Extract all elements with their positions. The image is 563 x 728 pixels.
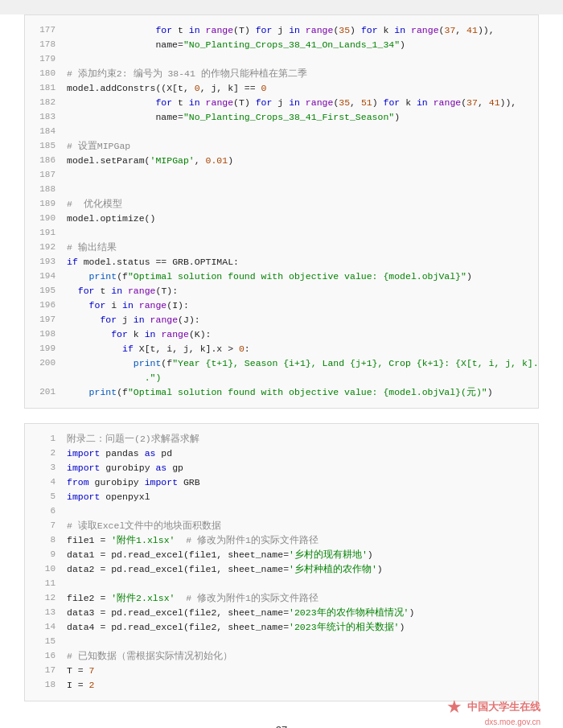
code-line-198: 198 for k in range(K):	[25, 327, 538, 342]
code-line-191: 191	[25, 226, 538, 241]
code-line-188: 188	[25, 183, 538, 197]
code-line-182: 182 for t in range(T) for j in range(35,…	[25, 96, 538, 110]
code-line-b17: 17 T = 7	[25, 664, 538, 678]
code-line-b9: 9 data1 = pd.read_excel(file1, sheet_nam…	[25, 548, 538, 562]
watermark-text: 中国大学生在线	[467, 700, 540, 714]
code-line-196: 196 for i in range(I):	[25, 298, 538, 313]
code-line-186: 186 model.setParam('MIPGap', 0.01)	[25, 154, 538, 168]
code-line-179: 179	[25, 52, 538, 67]
code-line-187: 187	[25, 168, 538, 183]
code-line-b11: 11	[25, 577, 538, 591]
code-line-b13: 13 data3 = pd.read_excel(file2, sheet_na…	[25, 606, 538, 620]
code-line-b4: 4 from gurobipy import GRB	[25, 475, 538, 490]
code-line-b6: 6	[25, 504, 538, 519]
code-line-181: 181 model.addConstrs((X[t, 0, j, k] == 0	[25, 81, 538, 96]
code-line-180: 180 # 添加约束2: 编号为 38-41 的作物只能种植在第二季	[25, 67, 538, 81]
code-line-199: 199 if X[t, i, j, k].x > 0:	[25, 342, 538, 356]
code-line-190: 190 model.optimize()	[25, 212, 538, 226]
code-line-178: 178 name="No_Planting_Crops_38_41_On_Lan…	[25, 38, 538, 52]
code-line-184: 184	[25, 125, 538, 139]
code-line-b5: 5 import openpyxl	[25, 490, 538, 504]
code-line-b3: 3 import gurobipy as gp	[25, 461, 538, 475]
code-line-b2: 2 import pandas as pd	[25, 446, 538, 461]
watermark-sub: dxs.moe.gov.cn	[485, 718, 540, 726]
code-line-b12: 12 file2 = '附件2.xlsx' # 修改为附件1的实际文件路径	[25, 591, 538, 606]
code-line-b1: 1 附录二：问题一(2)求解器求解	[25, 432, 538, 446]
code-line-b15: 15	[25, 635, 538, 649]
code-block-2: 1 附录二：问题一(2)求解器求解 2 import pandas as pd …	[24, 423, 539, 701]
code-line-185: 185 # 设置MIPGap	[25, 139, 538, 154]
code-line-201: 201 print(f"Optimal solution found with …	[25, 385, 538, 400]
code-line-183: 183 name="No_Planting_Crops_38_41_First_…	[25, 110, 538, 125]
code-line-195: 195 for t in range(T):	[25, 284, 538, 298]
code-line-b8: 8 file1 = '附件1.xlsx' # 修改为附件1的实际文件路径	[25, 533, 538, 548]
code-line-192: 192 # 输出结果	[25, 241, 538, 255]
code-line-b18: 18 I = 2	[25, 678, 538, 693]
code-line-189: 189 # 优化模型	[25, 197, 538, 212]
code-line-177: 177 for t in range(T) for j in range(35)…	[25, 23, 538, 38]
code-line-200: 200 print(f"Year {t+1}, Season {i+1}, La…	[25, 356, 538, 371]
code-line-200b: .")	[25, 371, 538, 385]
code-line-b7: 7 # 读取Excel文件中的地块面积数据	[25, 519, 538, 533]
page: 177 for t in range(T) for j in range(35)…	[0, 14, 563, 728]
code-line-b16: 16 # 已知数据（需根据实际情况初始化）	[25, 649, 538, 664]
code-block-1: 177 for t in range(T) for j in range(35)…	[24, 14, 539, 409]
code-line-194: 194 print(f"Optimal solution found with …	[25, 269, 538, 284]
code-line-193: 193 if model.status == GRB.OPTIMAL:	[25, 255, 538, 269]
code-line-197: 197 for j in range(J):	[25, 313, 538, 327]
code-line-b10: 10 data2 = pd.read_excel(file1, sheet_na…	[25, 562, 538, 577]
watermark: ★ 中国大学生在线 dxs.moe.gov.cn	[446, 697, 540, 726]
watermark-star: ★	[446, 697, 462, 718]
code-line-b14: 14 data4 = pd.read_excel(file2, sheet_na…	[25, 620, 538, 635]
